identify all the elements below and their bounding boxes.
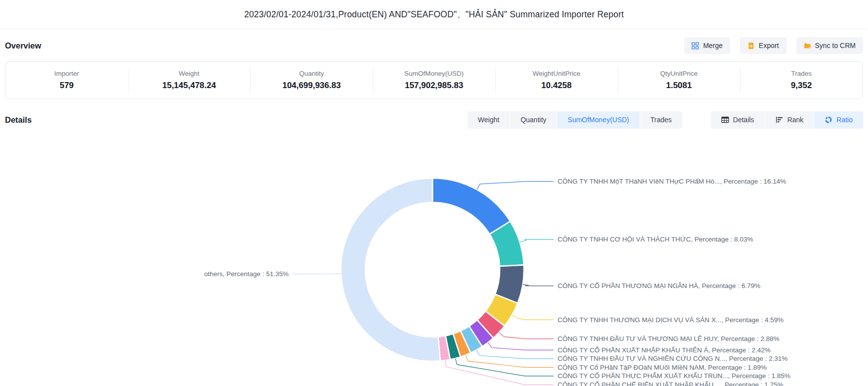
- chart-label: CÔNG TY Cổ PHầN TậP ĐOàN MUốI MIềN NAM, …: [558, 364, 767, 371]
- tab-details-view-label: Details: [733, 111, 754, 129]
- stat-weight: Weight 15,145,478.24: [128, 70, 251, 91]
- tab-sum-of-money[interactable]: SumOfMoney(USD): [557, 111, 639, 129]
- merge-icon: [692, 42, 699, 49]
- stat-value: 579: [5, 81, 128, 91]
- chart-label: others, Percentage : 51.35%: [204, 270, 289, 278]
- chart-label: CÔNG TY CỔ PHẦN THỰC PHẨM XUẤT KHẨU TRUN…: [558, 372, 790, 380]
- stat-label: WeightUnitPrice: [495, 70, 618, 77]
- stat-label: Trades: [740, 70, 863, 77]
- tab-quantity-label: Quantity: [521, 111, 546, 129]
- stat-quantity: Quantity 104,699,936.83: [250, 70, 373, 91]
- stat-value: 157,902,985.83: [373, 81, 495, 91]
- stat-value: 15,145,478.24: [128, 81, 251, 91]
- details-row: Details Weight Quantity SumOfMoney(USD) …: [0, 111, 868, 129]
- overview-row: Overview Merge: [0, 37, 868, 54]
- sync-to-crm-button[interactable]: Sync to CRM: [796, 37, 863, 54]
- chart-label-line: [488, 342, 554, 350]
- stat-value: 10.4258: [495, 81, 618, 91]
- details-heading: Details: [5, 115, 32, 125]
- view-tab-group: Details Rank: [711, 111, 863, 129]
- tab-ratio-view-label: Ratio: [836, 111, 853, 129]
- tab-details-view[interactable]: Details: [711, 111, 765, 129]
- stat-trades: Trades 9,352: [740, 70, 863, 91]
- stat-label: Importer: [5, 70, 128, 77]
- stat-qty-unit-price: QtyUnitPrice 1.5081: [618, 70, 740, 91]
- merge-button[interactable]: Merge: [684, 37, 730, 54]
- chart-label: CÔNG TY TNHH ĐẦU TƯ VÀ NGHIÊN CỨU CÔNG N…: [558, 355, 787, 362]
- chart-label: CÔNG TY TNHH ĐẦU TƯ VÀ THƯƠNG MẠI LÊ HUY…: [558, 335, 780, 342]
- stat-value: 9,352: [740, 81, 863, 91]
- tab-weight[interactable]: Weight: [468, 111, 510, 129]
- chart-label-line: [477, 350, 554, 359]
- chart-label-line: [512, 315, 554, 320]
- chart-label-line: [520, 240, 554, 242]
- chart-label: CÔNG TY CỔ PHẦN XUẤT NHẬP KHẨU THIÊN Á, …: [558, 346, 771, 354]
- tab-rank-view[interactable]: Rank: [765, 111, 814, 129]
- chart-label-line: [445, 360, 554, 385]
- export-button[interactable]: Export: [740, 37, 786, 54]
- stat-value: 104,699,936.83: [250, 81, 373, 91]
- stat-label: Weight: [128, 70, 251, 77]
- overview-stats-card: Importer 579 Weight 15,145,478.24 Quanti…: [5, 61, 863, 99]
- rank-icon: [776, 116, 783, 123]
- chart-label: CÔNG TY TNHH CƠ HỘI VÀ THÁCH THỨC, Perce…: [558, 236, 753, 243]
- merge-button-label: Merge: [703, 42, 723, 49]
- report-title: 2023/02/01-2024/01/31,Product(EN) AND"SE…: [244, 8, 624, 20]
- stat-value: 1.5081: [618, 81, 740, 91]
- crm-folder-icon: [804, 42, 811, 49]
- chart-label-line: [293, 274, 341, 274]
- export-icon: [747, 42, 755, 49]
- details-tabs: Weight Quantity SumOfMoney(USD) Trades: [468, 111, 863, 129]
- report-title-bar: 2023/02/01-2024/01/31,Product(EN) AND"SE…: [0, 0, 868, 29]
- tab-trades[interactable]: Trades: [640, 111, 682, 129]
- chart-label: CÔNG TY CỔ PHẦN THƯƠNG MẠI NGÂN HÀ, Perc…: [558, 282, 760, 290]
- export-button-label: Export: [759, 42, 779, 49]
- stat-label: SumOfMoney(USD): [373, 70, 495, 77]
- tab-rank-view-label: Rank: [787, 111, 804, 129]
- ratio-pie-icon: [825, 116, 832, 123]
- stat-sum-of-money: SumOfMoney(USD) 157,902,985.83: [373, 70, 495, 91]
- chart-label: CÔNG TY TNHH MộT THàNH VIêN THựC PHẩM Hò…: [558, 178, 786, 185]
- tab-weight-label: Weight: [478, 111, 499, 129]
- donut-svg: CÔNG TY TNHH MộT THàNH VIêN THựC PHẩM Hò…: [0, 139, 868, 386]
- chart-label-line: [523, 285, 554, 286]
- sync-to-crm-button-label: Sync to CRM: [815, 42, 856, 49]
- overview-heading: Overview: [5, 41, 41, 50]
- tab-sum-of-money-label: SumOfMoney(USD): [567, 111, 629, 129]
- chart-label: CÔNG TY TNHH THƯƠNG MẠI DỊCH VỤ VÀ SẢN X…: [558, 316, 783, 324]
- tab-trades-label: Trades: [651, 111, 672, 129]
- chart-label-line: [466, 355, 554, 368]
- toolbar: Merge Export: [684, 37, 863, 54]
- tab-quantity[interactable]: Quantity: [510, 111, 557, 129]
- stat-importer: Importer 579: [5, 70, 128, 91]
- pie-slice[interactable]: [433, 178, 510, 234]
- chart-label-line: [499, 333, 554, 339]
- report-page: 2023/02/01-2024/01/31,Product(EN) AND"SE…: [0, 0, 868, 386]
- table-icon: [721, 116, 729, 123]
- stat-label: Quantity: [250, 70, 373, 77]
- stat-label: QtyUnitPrice: [618, 70, 740, 77]
- chart-label-line: [477, 182, 554, 190]
- chart-label: CÔNG TY CỔ PHẦN CHẾ BIẾN XUẤT NHẬP KHẨU …: [558, 381, 783, 386]
- importer-ratio-donut-chart: CÔNG TY TNHH MộT THàNH VIêN THựC PHẩM Hò…: [0, 139, 868, 386]
- metric-tab-group: Weight Quantity SumOfMoney(USD) Trades: [468, 111, 682, 129]
- stat-weight-unit-price: WeightUnitPrice 10.4258: [495, 70, 618, 91]
- tab-ratio-view[interactable]: Ratio: [814, 111, 863, 129]
- pie-slice[interactable]: [341, 178, 440, 361]
